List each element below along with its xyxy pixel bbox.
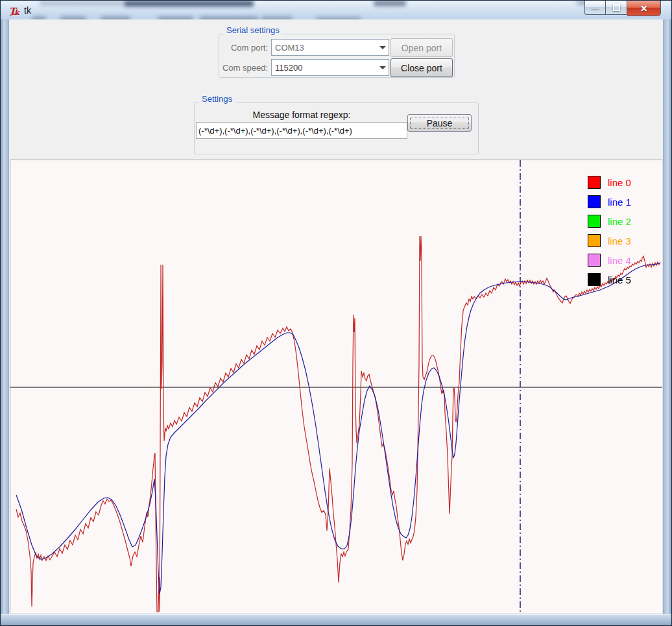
svg-text:k: k — [14, 8, 20, 16]
background-window-blur — [374, 1, 406, 6]
com-port-combobox[interactable]: COM13 — [271, 39, 389, 56]
settings-group-label: Settings — [199, 94, 235, 104]
com-speed-value: 115200 — [275, 63, 302, 73]
open-port-button-label: Open port — [402, 43, 442, 53]
plot-chart — [10, 160, 662, 613]
legend-label-line4: line 4 — [608, 255, 631, 266]
window-frame-left — [1, 19, 9, 614]
legend-item-line4: line 4 — [588, 254, 631, 267]
window-controls: — ✕ — [584, 1, 661, 16]
serial-settings-group-label: Serial settings — [224, 25, 282, 35]
close-icon: ✕ — [640, 4, 648, 13]
legend-swatch-line5 — [588, 273, 601, 286]
background-window-blur — [40, 1, 124, 5]
regexp-label: Message format regexp: — [196, 110, 407, 120]
legend-item-line3: line 3 — [588, 234, 631, 247]
com-port-dropdown-arrow-icon[interactable] — [377, 40, 389, 55]
application-window: T k tk — ✕ Serial settings Com port: COM… — [0, 0, 672, 626]
legend-swatch-line0 — [588, 176, 601, 189]
legend-label-line2: line 2 — [608, 216, 631, 227]
window-frame-bottom — [1, 614, 671, 626]
legend-swatch-line2 — [588, 215, 601, 228]
legend-swatch-line1 — [588, 195, 601, 208]
maximize-button[interactable] — [606, 1, 627, 15]
minimize-button[interactable]: — — [584, 1, 606, 15]
com-port-value: COM13 — [275, 43, 304, 53]
legend-label-line1: line 1 — [608, 197, 631, 208]
com-speed-label: Com speed: — [217, 63, 268, 73]
legend-label-line0: line 0 — [608, 177, 631, 188]
close-button[interactable]: ✕ — [627, 1, 661, 16]
open-port-button[interactable]: Open port — [390, 38, 453, 57]
titlebar[interactable]: T k tk — [1, 1, 671, 20]
regexp-input[interactable] — [196, 122, 407, 139]
tk-logo-icon: T k — [9, 6, 22, 16]
legend-item-line1: line 1 — [588, 195, 631, 208]
com-speed-dropdown-arrow-icon[interactable] — [377, 60, 389, 75]
maximize-icon — [613, 4, 620, 11]
background-window-blur — [124, 1, 254, 6]
close-port-button[interactable]: Close port — [390, 58, 453, 77]
legend-swatch-line4 — [588, 254, 601, 267]
focus-rectangle — [410, 117, 469, 129]
legend-item-line2: line 2 — [588, 215, 631, 228]
legend-label-line5: line 5 — [608, 274, 631, 285]
com-port-label: Com port: — [219, 43, 268, 53]
plot-canvas[interactable]: line 0 line 1 line 2 line 3 line 4 line … — [10, 160, 663, 614]
legend-swatch-line3 — [588, 234, 601, 247]
window-frame-right — [663, 19, 671, 614]
legend-item-line5: line 5 — [588, 273, 631, 286]
window-title: tk — [24, 5, 31, 16]
com-speed-combobox[interactable]: 115200 — [271, 59, 389, 76]
close-port-button-label: Close port — [401, 63, 442, 73]
legend-item-line0: line 0 — [588, 176, 631, 189]
pause-button[interactable]: Pause — [407, 114, 472, 132]
legend-label-line3: line 3 — [608, 235, 631, 247]
minimize-icon: — — [592, 4, 599, 12]
